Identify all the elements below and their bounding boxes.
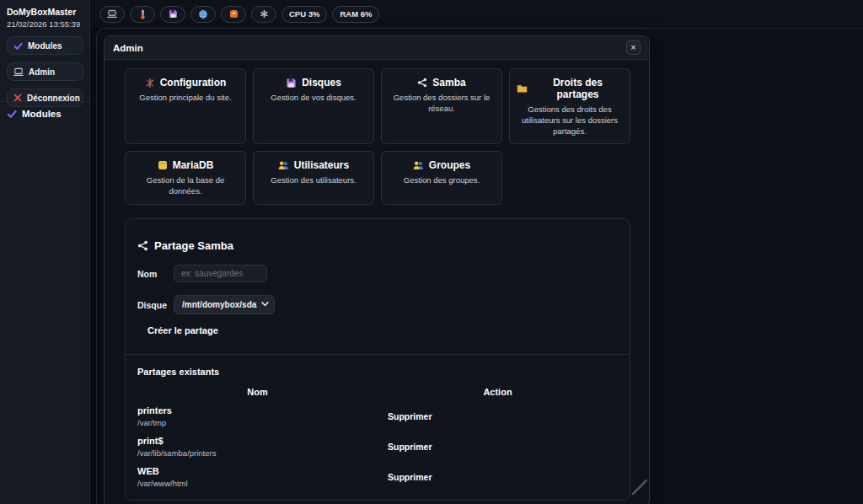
sidebar-item-logout[interactable]: Déconnexion [7, 88, 83, 107]
share-name-input[interactable] [174, 265, 267, 282]
ram-usage-label: RAM 6% [340, 9, 372, 19]
disk-form-row: Disque /mnt/domybox/sda1 [137, 295, 618, 314]
module-card-title: Configuration [160, 77, 227, 88]
delete-share-button[interactable]: Supprimer [378, 411, 432, 421]
window-titlebar[interactable]: Admin × [105, 36, 649, 60]
module-card-desc: Gestion de la base de données. [132, 175, 239, 197]
sidebar-section-title: Modules [22, 109, 62, 119]
share-path: /var/lib/samba/printers [137, 448, 378, 458]
close-icon[interactable]: × [626, 40, 641, 55]
taskbar-tools-button[interactable] [251, 6, 276, 23]
globe-icon [198, 9, 208, 19]
name-label: Nom [137, 269, 174, 279]
database-icon [229, 9, 239, 19]
users-icon [413, 160, 424, 170]
module-card-desc: Gestion des groupes. [389, 175, 495, 186]
sidebar-item-label: Admin [29, 67, 55, 77]
window-title: Admin [113, 43, 143, 53]
ram-usage-badge[interactable]: RAM 6% [332, 6, 379, 23]
module-card-droits-partages[interactable]: Droits des partages Gestions des droits … [509, 68, 630, 144]
module-card-configuration[interactable]: Configuration Gestion principale du site… [125, 68, 246, 144]
share-name-cell: WEB /var/www/html [137, 466, 378, 488]
share-action-cell: Supprimer [378, 466, 618, 488]
module-card-disques[interactable]: Disques Gestion de vos disques. [253, 68, 374, 144]
shares-table: Nom Action printers /var/tmp Supprimer [137, 387, 618, 488]
sidebar-item-admin[interactable]: Admin [7, 62, 83, 81]
table-row: printers /var/tmp Supprimer [137, 405, 618, 427]
share-name: print$ [137, 436, 378, 446]
existing-shares-title: Partages existants [137, 367, 618, 377]
taskbar-disks-button[interactable] [160, 6, 185, 23]
computer-icon [13, 67, 24, 77]
module-card-samba[interactable]: Samba Gestion des dossiers sur le réseau… [381, 68, 502, 144]
samba-panel-header: Partage Samba [137, 239, 618, 252]
samba-panel: Partage Samba Nom Disque /mnt/domybox/sd… [125, 218, 630, 501]
share-name-cell: printers /var/tmp [137, 405, 378, 427]
module-card-desc: Gestions des droits des utilisateurs sur… [517, 105, 623, 137]
datetime-label: 21/02/2026 13:55:39 [7, 19, 83, 29]
folder-icon [517, 83, 528, 94]
share-nodes-icon [417, 78, 427, 88]
sidebar-item-label: Modules [28, 41, 62, 51]
table-row: print$ /var/lib/samba/printers Supprimer [137, 436, 618, 458]
module-card-desc: Gestion de vos disques. [260, 93, 367, 104]
module-card-grid: Configuration Gestion principale du site… [125, 68, 629, 205]
floppy-disk-icon [286, 78, 297, 88]
module-card-title: MariaDB [173, 159, 214, 171]
delete-share-button[interactable]: Supprimer [378, 442, 432, 452]
module-card-title: Groupes [429, 159, 470, 171]
app-title: DoMyBoxMaster [7, 7, 83, 17]
module-card-utilisateurs[interactable]: Utilisateurs Gestion des utilisateurs. [253, 151, 374, 205]
create-share-button[interactable]: Créer le partage [147, 325, 218, 335]
sidebar: DoMyBoxMaster 21/02/2026 13:55:39 Module… [0, 0, 90, 504]
check-icon [13, 41, 23, 51]
window-resize-handle[interactable] [632, 480, 647, 495]
share-nodes-icon [137, 240, 148, 251]
tools-icon [145, 78, 155, 88]
cpu-usage-label: CPU 3% [289, 9, 319, 19]
share-path: /var/www/html [137, 479, 378, 488]
share-action-cell: Supprimer [378, 405, 618, 427]
share-name: WEB [137, 466, 378, 476]
module-card-title: Utilisateurs [294, 159, 349, 171]
shares-table-header: Nom Action [137, 387, 618, 397]
cpu-usage-badge[interactable]: CPU 3% [281, 6, 327, 23]
tools-icon [260, 9, 269, 19]
column-header-action: Action [378, 387, 618, 397]
share-action-cell: Supprimer [378, 436, 618, 458]
taskbar: CPU 3% RAM 6% [91, 0, 863, 28]
taskbar-network-button[interactable] [190, 6, 216, 23]
disk-label: Disque [137, 300, 174, 310]
check-icon [7, 109, 17, 119]
module-card-title: Disques [302, 77, 341, 88]
admin-window: Admin × Configuration Gestion principale… [104, 35, 650, 504]
window-content: Configuration Gestion principale du site… [105, 60, 649, 501]
users-icon [278, 160, 289, 170]
thermometer-icon [138, 9, 147, 19]
taskbar-database-button[interactable] [221, 6, 246, 23]
module-card-desc: Gestion des dossiers sur le réseau. [389, 93, 495, 115]
module-card-mariadb[interactable]: MariaDB Gestion de la base de données. [125, 151, 246, 205]
disk-select[interactable]: /mnt/domybox/sda1 [174, 295, 275, 314]
table-row: WEB /var/www/html Supprimer [137, 466, 618, 488]
desktop-root: DoMyBoxMaster 21/02/2026 13:55:39 Module… [0, 0, 863, 504]
name-form-row: Nom [137, 265, 618, 282]
floppy-disk-icon [169, 9, 178, 19]
share-path: /var/tmp [137, 418, 378, 427]
sidebar-item-modules[interactable]: Modules [7, 36, 83, 55]
sidebar-divider [0, 101, 89, 102]
module-card-title: Droits des partages [533, 77, 623, 100]
share-name-cell: print$ /var/lib/samba/printers [137, 436, 378, 458]
module-card-groupes[interactable]: Groupes Gestion des groupes. [381, 151, 502, 205]
taskbar-computer-button[interactable] [99, 6, 125, 23]
module-card-desc: Gestion des utilisateurs. [260, 175, 367, 186]
sidebar-section-modules: Modules [7, 109, 62, 119]
database-icon [158, 160, 168, 170]
module-card-title: Samba [432, 77, 465, 88]
module-card-desc: Gestion principale du site. [132, 93, 239, 104]
computer-icon [107, 9, 117, 19]
taskbar-thermometer-button[interactable] [130, 6, 155, 23]
delete-share-button[interactable]: Supprimer [378, 472, 432, 482]
column-header-nom: Nom [137, 387, 378, 397]
panel-divider [126, 354, 630, 355]
